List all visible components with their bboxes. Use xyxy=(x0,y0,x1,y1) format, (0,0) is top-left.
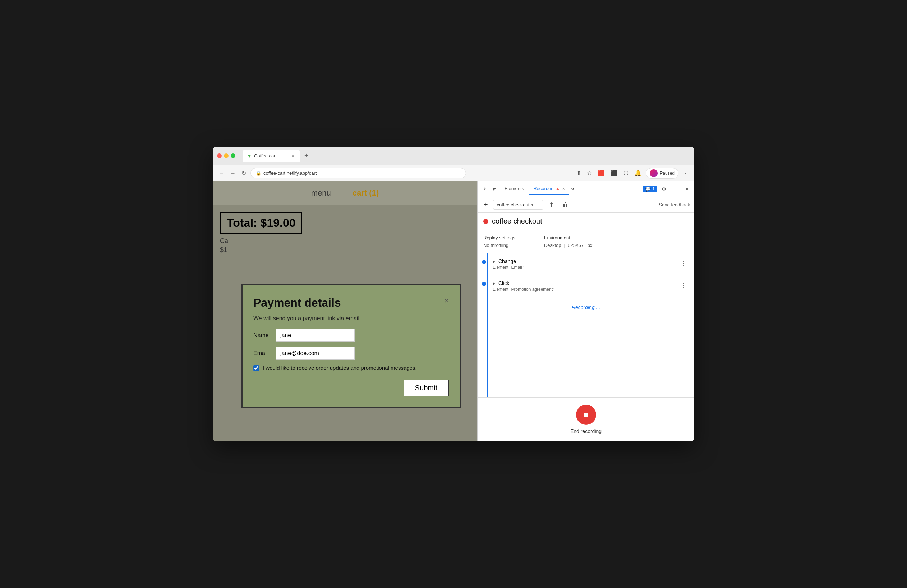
promotion-checkbox[interactable] xyxy=(253,365,259,371)
window-controls-right: ⋮ xyxy=(684,152,690,159)
step-dot-change xyxy=(482,260,486,264)
environment-dimensions: 625×671 px xyxy=(568,243,592,248)
name-input[interactable] xyxy=(276,329,355,342)
environment-value: Desktop | 625×671 px xyxy=(544,243,593,248)
devtools-chat-badge[interactable]: 💬 1 xyxy=(643,186,657,192)
recording-title: coffee checkout xyxy=(492,217,542,225)
refresh-button[interactable]: ↻ xyxy=(240,168,248,178)
cart-item-text: Ca xyxy=(220,237,470,245)
devtools-tab-bar: ⌖ ◤ Elements Recorder 🔺 × » 💬 1 ⚙ xyxy=(478,181,694,197)
devtools-device-mode-icon[interactable]: ◤ xyxy=(490,184,500,194)
paused-label: Paused xyxy=(660,171,675,176)
devtools-more-icon[interactable]: ⋮ xyxy=(671,184,681,194)
maximize-traffic-light[interactable] xyxy=(231,154,236,158)
tab-title: Coffee cart xyxy=(254,153,288,159)
dropdown-arrow-icon: ▾ xyxy=(532,203,533,207)
content-area: menu cart (1) Total: $19.00 Ca $1 Paymen… xyxy=(213,181,694,441)
cart-nav-link[interactable]: cart (1) xyxy=(353,188,379,198)
tab-favicon-icon: ▼ xyxy=(247,153,252,159)
window-more-icon[interactable]: ⋮ xyxy=(684,152,690,159)
modal-description: We will send you a payment link via emai… xyxy=(253,315,449,322)
devtools-right-icons: 💬 1 ⚙ ⋮ × xyxy=(643,184,691,194)
browser-tab[interactable]: ▼ Coffee cart × xyxy=(242,149,300,162)
checkbox-row: I would like to receive order updates an… xyxy=(253,365,449,371)
lock-icon: 🔒 xyxy=(256,171,261,176)
recorder-toolbar: + coffee checkout ▾ ⬆ 🗑 Send feedback xyxy=(478,197,694,213)
website-content: menu cart (1) Total: $19.00 Ca $1 Paymen… xyxy=(213,181,477,441)
devtools-panel: ⌖ ◤ Elements Recorder 🔺 × » 💬 1 ⚙ xyxy=(477,181,694,441)
cart-content: Total: $19.00 Ca $1 Payment details × We… xyxy=(213,205,477,268)
replay-settings-heading: Replay settings xyxy=(483,235,515,240)
forward-button[interactable]: → xyxy=(229,168,237,178)
badge-count: 1 xyxy=(652,186,655,192)
environment-separator: | xyxy=(564,243,565,248)
close-recorder-tab-icon[interactable]: × xyxy=(562,186,564,191)
close-traffic-light[interactable] xyxy=(217,154,222,158)
chat-icon: 💬 xyxy=(646,186,651,192)
cart-divider xyxy=(220,256,470,257)
email-input[interactable] xyxy=(276,347,355,360)
share-icon[interactable]: ⬆ xyxy=(575,168,583,178)
devtools-settings-icon[interactable]: ⚙ xyxy=(659,184,669,194)
extension4-icon[interactable]: 🔔 xyxy=(633,168,643,178)
environment-heading: Environment xyxy=(544,235,593,240)
recording-info: coffee checkout xyxy=(478,213,694,230)
email-label: Email xyxy=(253,350,271,357)
export-recording-button[interactable]: ⬆ xyxy=(546,200,557,210)
send-feedback-link[interactable]: Send feedback xyxy=(659,202,690,207)
modal-title: Payment details xyxy=(253,296,341,309)
new-tab-button[interactable]: + xyxy=(301,151,311,161)
devtools-close-icon[interactable]: × xyxy=(683,184,691,194)
stop-recording-button[interactable]: ■ xyxy=(576,405,596,425)
extension2-icon[interactable]: ⬛ xyxy=(609,168,619,178)
devtools-more-tabs-icon[interactable]: » xyxy=(571,186,574,192)
recording-dropdown[interactable]: coffee checkout ▾ xyxy=(493,200,543,210)
stop-icon: ■ xyxy=(583,410,588,420)
step-expand-click[interactable]: ▶ xyxy=(493,281,495,285)
recording-name-label: coffee checkout xyxy=(497,202,530,207)
browser-more-icon[interactable]: ⋮ xyxy=(681,168,690,178)
environment-type: Desktop xyxy=(544,243,561,248)
end-recording-area: ■ End recording xyxy=(478,397,694,441)
extension3-icon[interactable]: ⬡ xyxy=(622,168,630,178)
devtools-tab-recorder[interactable]: Recorder 🔺 × xyxy=(529,183,569,195)
cart-price: $1 xyxy=(220,246,470,254)
recorder-active-indicator: 🔺 xyxy=(555,186,560,191)
step-expand-change[interactable]: ▶ xyxy=(493,260,495,263)
step-more-button-click[interactable]: ⋮ xyxy=(678,281,689,289)
recording-indicator-dot xyxy=(483,219,488,224)
step-more-button-change[interactable]: ⋮ xyxy=(678,259,689,268)
add-recording-button[interactable]: + xyxy=(482,200,490,209)
url-bar[interactable]: 🔒 coffee-cart.netlify.app/cart xyxy=(250,168,466,178)
recording-status: Recording ... xyxy=(478,297,694,317)
step-name-click: Click xyxy=(498,280,509,286)
browser-toolbar-icons: ⬆ ☆ 🟥 ⬛ ⬡ 🔔 Paused ⋮ xyxy=(575,168,690,179)
tab-bar: ▼ Coffee cart × + xyxy=(242,149,681,162)
modal-close-button[interactable]: × xyxy=(444,296,449,306)
extension1-icon[interactable]: 🟥 xyxy=(596,168,606,178)
delete-recording-button[interactable]: 🗑 xyxy=(559,200,571,210)
paused-badge[interactable]: Paused xyxy=(646,168,678,179)
devtools-select-mode-icon[interactable]: ⌖ xyxy=(481,184,489,194)
step-dot-click xyxy=(482,282,486,286)
step-name-change: Change xyxy=(498,258,516,264)
payment-modal: Payment details × We will send you a pay… xyxy=(242,284,461,408)
menu-nav-link[interactable]: menu xyxy=(311,188,331,198)
modal-footer: Submit xyxy=(253,380,449,396)
minimize-traffic-light[interactable] xyxy=(224,154,229,158)
submit-button[interactable]: Submit xyxy=(404,380,449,396)
tab-close-button[interactable]: × xyxy=(290,153,296,159)
title-bar: ▼ Coffee cart × + ⋮ xyxy=(213,147,694,165)
devtools-tab-elements[interactable]: Elements xyxy=(500,183,528,195)
step-item: ▶ Change Element "Email" ⋮ xyxy=(478,253,694,275)
address-bar: ← → ↻ 🔒 coffee-cart.netlify.app/cart ⬆ ☆… xyxy=(213,165,694,181)
end-recording-label: End recording xyxy=(570,428,601,434)
cart-total: Total: $19.00 xyxy=(220,212,302,234)
back-button[interactable]: ← xyxy=(217,168,226,178)
step-detail-click: Element "Promotion agreement" xyxy=(493,287,675,292)
name-label: Name xyxy=(253,332,271,338)
bookmark-icon[interactable]: ☆ xyxy=(585,168,593,178)
step-content-click: ▶ Click Element "Promotion agreement" xyxy=(490,280,675,292)
browser-window: ▼ Coffee cart × + ⋮ ← → ↻ 🔒 coffee-cart.… xyxy=(213,147,694,441)
step-detail-change: Element "Email" xyxy=(493,265,675,270)
